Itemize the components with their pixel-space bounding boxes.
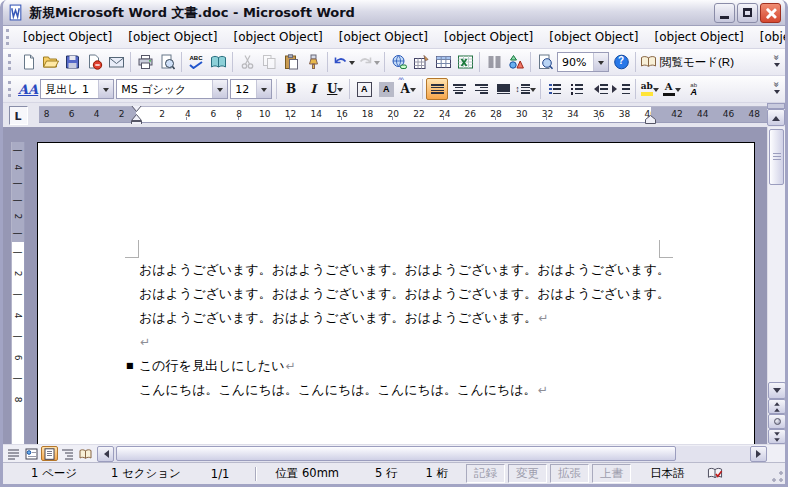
scroll-left-button[interactable] <box>97 446 114 462</box>
scroll-right-button[interactable] <box>750 446 767 462</box>
indent-markers[interactable] <box>131 106 142 124</box>
vertical-ruler[interactable]: |4||2| |2|4|6|8 <box>11 142 25 444</box>
horizontal-ruler[interactable]: 8642 24681012141618202224262830323436384… <box>33 106 767 124</box>
increase-indent-icon[interactable] <box>610 78 632 100</box>
chevron-down-icon[interactable] <box>98 80 113 98</box>
outline-view-button[interactable] <box>59 446 76 461</box>
document-text[interactable]: おはようございます。おはようございます。おはようございます。おはようございます。… <box>139 258 699 402</box>
scroll-up-button[interactable] <box>767 109 785 126</box>
undo-icon[interactable] <box>331 51 356 73</box>
resize-grip[interactable] <box>771 470 784 483</box>
hscroll-thumb[interactable] <box>116 446 676 461</box>
font-size-combobox[interactable]: 12 <box>230 79 272 99</box>
maximize-button[interactable] <box>737 3 758 23</box>
justify-icon[interactable] <box>426 78 448 100</box>
cut-icon[interactable] <box>236 51 258 73</box>
toolbar-drag-handle[interactable] <box>8 54 15 70</box>
next-page-button[interactable] <box>768 429 786 444</box>
document-area[interactable]: おはようございます。おはようございます。おはようございます。おはようございます。… <box>33 127 767 444</box>
title-bar[interactable]: 新規Microsoft Word 文書.doc - Microsoft Word <box>3 0 785 26</box>
vscroll-thumb[interactable] <box>769 129 784 185</box>
status-toggle[interactable]: 上書 <box>592 464 631 483</box>
chevron-down-icon[interactable] <box>337 88 343 95</box>
menu-item[interactable]: [object Object] <box>647 27 752 47</box>
close-button[interactable] <box>760 3 781 23</box>
toolbar-drag-handle[interactable] <box>8 81 15 97</box>
chevron-down-icon[interactable] <box>675 88 681 95</box>
styles-and-formatting-icon[interactable]: AA <box>17 78 39 100</box>
toolbar-options-icon[interactable] <box>770 50 783 74</box>
underline-icon[interactable]: U <box>324 78 346 100</box>
save-icon[interactable] <box>61 51 83 73</box>
style-combobox[interactable]: 見出し 1 <box>40 79 114 99</box>
align-right-icon[interactable] <box>470 78 492 100</box>
format-painter-icon[interactable] <box>302 51 324 73</box>
menu-item[interactable]: [object Object] <box>120 27 225 47</box>
font-color-icon[interactable]: A <box>661 78 683 100</box>
document-map-icon[interactable] <box>534 51 556 73</box>
tables-and-borders-icon[interactable] <box>410 51 432 73</box>
distribute-icon[interactable] <box>492 78 514 100</box>
open-icon[interactable] <box>39 51 61 73</box>
horizontal-scrollbar[interactable] <box>114 446 750 462</box>
previous-page-button[interactable] <box>768 399 786 414</box>
print-layout-view-button[interactable] <box>41 446 58 461</box>
permission-icon[interactable] <box>83 51 105 73</box>
document-line[interactable]: おはようございます。おはようございます。おはようございます。おはようございます。 <box>139 282 699 306</box>
status-toggle[interactable]: 記録 <box>466 464 505 483</box>
vertical-scrollbar[interactable] <box>767 127 785 444</box>
italic-icon[interactable]: I <box>302 78 324 100</box>
center-icon[interactable] <box>448 78 470 100</box>
spelling-status-book-icon[interactable] <box>707 466 723 481</box>
mail-recipient-icon[interactable] <box>105 51 127 73</box>
columns-icon[interactable] <box>483 51 505 73</box>
document-line[interactable]: こんにちは。こんにちは。こんにちは。こんにちは。こんにちは。↵ <box>139 378 699 402</box>
character-scaling-icon[interactable]: ^^A <box>397 78 419 100</box>
insert-excel-worksheet-icon[interactable] <box>454 51 476 73</box>
web-layout-view-button[interactable] <box>23 446 40 461</box>
character-border-icon[interactable]: A <box>353 78 375 100</box>
scroll-down-button[interactable] <box>768 382 786 399</box>
new-document-icon[interactable] <box>17 51 39 73</box>
page[interactable]: おはようございます。おはようございます。おはようございます。おはようございます。… <box>37 142 755 444</box>
font-combobox[interactable]: MS ゴシック <box>116 79 228 99</box>
help-icon[interactable]: ? <box>610 51 632 73</box>
normal-view-button[interactable] <box>5 446 22 461</box>
drawing-icon[interactable] <box>505 51 527 73</box>
print-icon[interactable] <box>134 51 156 73</box>
menubar-drag-handle[interactable] <box>6 29 13 45</box>
print-preview-icon[interactable] <box>156 51 178 73</box>
insert-table-icon[interactable] <box>432 51 454 73</box>
numbering-icon[interactable] <box>544 78 566 100</box>
minimize-button[interactable] <box>714 3 735 23</box>
spelling-grammar-icon[interactable]: ABC <box>185 51 207 73</box>
tab-selector[interactable]: L <box>9 106 28 125</box>
redo-icon[interactable] <box>356 51 381 73</box>
paste-icon[interactable] <box>280 51 302 73</box>
ruby-icon[interactable]: abA <box>683 78 705 100</box>
research-icon[interactable] <box>207 51 229 73</box>
chevron-down-icon[interactable] <box>256 80 271 98</box>
chevron-down-icon[interactable] <box>374 61 380 68</box>
bold-icon[interactable]: B <box>280 78 302 100</box>
chevron-down-icon[interactable] <box>593 53 608 71</box>
menu-item[interactable]: [object Object] <box>541 27 646 47</box>
menu-item[interactable]: [object Object] <box>331 27 436 47</box>
status-toggle[interactable]: 拡張 <box>550 464 589 483</box>
menu-item[interactable]: [object Object] <box>752 27 788 47</box>
menu-item[interactable]: [object Object] <box>15 27 120 47</box>
decrease-indent-icon[interactable] <box>588 78 610 100</box>
document-line[interactable]: おはようございます。おはようございます。おはようございます。おはようございます。 <box>139 258 699 282</box>
document-line[interactable]: ↵ <box>139 330 699 354</box>
line-spacing-icon[interactable]: ↕ <box>514 78 537 100</box>
highlight-icon[interactable]: ab <box>639 78 661 100</box>
menu-item[interactable]: [object Object] <box>436 27 541 47</box>
menu-item[interactable]: [object Object] <box>226 27 331 47</box>
copy-icon[interactable] <box>258 51 280 73</box>
insert-hyperlink-icon[interactable] <box>388 51 410 73</box>
document-line[interactable]: ■この行を見出しにしたい↵ <box>139 354 699 378</box>
character-shading-icon[interactable]: A <box>375 78 397 100</box>
status-toggle[interactable]: 変更 <box>508 464 547 483</box>
reading-mode-button[interactable]: 閲覧モード(R) <box>639 51 735 73</box>
chevron-down-icon[interactable] <box>653 88 659 95</box>
